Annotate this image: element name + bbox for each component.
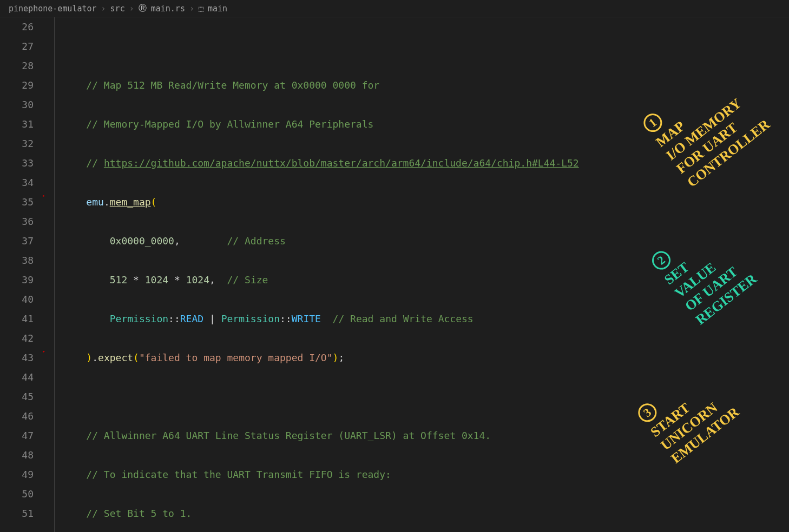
line-number: 38 bbox=[0, 251, 34, 270]
code-comment: // To indicate that the UART Transmit FI… bbox=[86, 469, 391, 480]
line-number: 35 bbox=[0, 192, 34, 212]
code-const: WRITE bbox=[292, 313, 321, 324]
code-number: 512 bbox=[110, 274, 128, 285]
fold-marker-icon: ▸ bbox=[42, 348, 45, 354]
code-method: expect bbox=[98, 352, 133, 363]
code-number: 0x0000_0000 bbox=[110, 235, 174, 247]
line-number: 30 bbox=[0, 95, 34, 115]
chevron-right-icon: › bbox=[189, 4, 194, 14]
line-number: 29 bbox=[0, 76, 34, 95]
line-number: 28 bbox=[0, 56, 34, 76]
line-number: 49 bbox=[0, 465, 34, 484]
breadcrumb-folder[interactable]: src bbox=[110, 4, 125, 14]
line-number: 42 bbox=[0, 329, 34, 348]
code-editor[interactable]: 26 27 28 29 30 31 32 33 34 35 36 37 38 3… bbox=[0, 17, 789, 532]
code-comment: // Size bbox=[227, 274, 268, 285]
line-number: 36 bbox=[0, 212, 34, 231]
fold-marker-icon: ▸ bbox=[42, 192, 45, 198]
line-number: 27 bbox=[0, 37, 34, 56]
breadcrumb-symbol[interactable]: main bbox=[208, 4, 227, 14]
code-method: mem_map bbox=[110, 196, 151, 208]
code-comment: // Read and Write Access bbox=[333, 313, 474, 324]
breadcrumb[interactable]: pinephone-emulator › src › Ⓡ main.rs › ⬚… bbox=[0, 0, 789, 17]
line-number: 34 bbox=[0, 173, 34, 192]
code-type: Permission bbox=[110, 313, 168, 324]
code-const: READ bbox=[180, 313, 203, 324]
line-number: 43 bbox=[0, 348, 34, 368]
code-link[interactable]: https://github.com/apache/nuttx/blob/mas… bbox=[104, 157, 579, 169]
chevron-right-icon: › bbox=[129, 4, 134, 14]
code-number: 1024 bbox=[186, 274, 209, 285]
line-number: 45 bbox=[0, 387, 34, 407]
code-comment: // Memory-Mapped I/O by Allwinner A64 Pe… bbox=[86, 118, 373, 130]
code-comment: // Address bbox=[227, 235, 285, 247]
breadcrumb-file[interactable]: main.rs bbox=[151, 4, 185, 14]
code-ident: emu bbox=[86, 196, 104, 208]
symbol-icon: ⬚ bbox=[199, 4, 203, 14]
code-string: "failed to map memory mapped I/O" bbox=[139, 352, 333, 363]
code-number: 1024 bbox=[145, 274, 168, 285]
code-type: Permission bbox=[221, 313, 280, 324]
line-number: 51 bbox=[0, 504, 34, 523]
line-number: 46 bbox=[0, 407, 34, 426]
line-number: 48 bbox=[0, 445, 34, 465]
line-number: 40 bbox=[0, 290, 34, 309]
code-comment: // bbox=[86, 157, 104, 169]
line-number: 41 bbox=[0, 309, 34, 329]
line-number: 39 bbox=[0, 270, 34, 290]
line-number-gutter: 26 27 28 29 30 31 32 33 34 35 36 37 38 3… bbox=[0, 17, 43, 532]
chevron-right-icon: › bbox=[101, 4, 106, 14]
code-comment: // Map 512 MB Read/Write Memory at 0x000… bbox=[86, 79, 379, 91]
rust-file-icon: Ⓡ bbox=[139, 3, 147, 14]
line-number: 31 bbox=[0, 115, 34, 134]
line-number: 50 bbox=[0, 484, 34, 504]
line-number: 47 bbox=[0, 426, 34, 445]
line-number: 37 bbox=[0, 231, 34, 251]
code-comment: // Allwinner A64 UART Line Status Regist… bbox=[86, 430, 491, 441]
line-number: 32 bbox=[0, 134, 34, 154]
line-number: 33 bbox=[0, 154, 34, 173]
code-comment: // Set Bit 5 to 1. bbox=[86, 508, 192, 519]
code-content[interactable]: // Map 512 MB Read/Write Memory at 0x000… bbox=[43, 17, 789, 532]
line-number: 26 bbox=[0, 17, 34, 37]
line-number: 44 bbox=[0, 368, 34, 387]
breadcrumb-project[interactable]: pinephone-emulator bbox=[9, 4, 97, 14]
